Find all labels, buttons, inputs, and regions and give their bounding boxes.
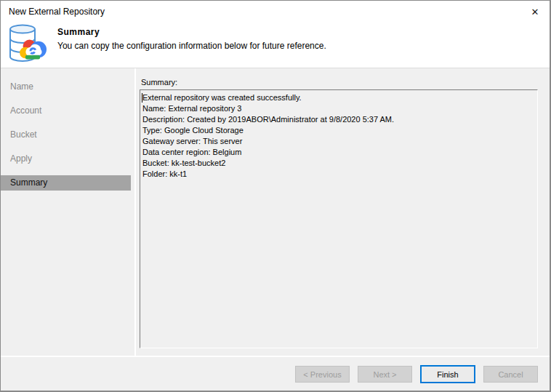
previous-button: < Previous — [295, 366, 350, 383]
text-caret — [142, 93, 142, 103]
summary-line: Bucket: kk-test-bucket2 — [142, 158, 534, 169]
close-icon[interactable]: ✕ — [528, 4, 542, 19]
summary-line: Description: Created by 2019ABOR\Adminis… — [142, 114, 534, 125]
finish-button[interactable]: Finish — [420, 365, 475, 383]
window-title: New External Repository — [9, 7, 105, 17]
page-title: Summary — [57, 27, 326, 37]
button-bar: < Previous Next > Finish Cancel — [1, 356, 550, 391]
summary-line: Gateway server: This server — [142, 136, 534, 147]
summary-line: Type: Google Cloud Storage — [142, 125, 534, 136]
database-google-cloud-icon — [7, 23, 55, 68]
next-button: Next > — [358, 366, 412, 383]
summary-textbox[interactable]: External repository was created successf… — [140, 89, 538, 348]
summary-line: Folder: kk-t1 — [142, 169, 534, 180]
cancel-button: Cancel — [483, 366, 538, 383]
sidebar-item-account[interactable]: Account — [1, 103, 131, 119]
summary-label: Summary: — [141, 78, 538, 87]
sidebar-item-apply[interactable]: Apply — [1, 151, 131, 167]
sidebar-item-bucket[interactable]: Bucket — [1, 127, 131, 143]
wizard-steps-sidebar: Name Account Bucket Apply Summary — [1, 68, 136, 356]
summary-pane: Summary: External repository was created… — [136, 68, 550, 356]
header-text: Summary You can copy the configuration i… — [57, 23, 326, 68]
summary-line: Data center region: Belgium — [142, 147, 534, 158]
summary-line: Name: External repository 3 — [142, 103, 534, 114]
wizard-body: Name Account Bucket Apply Summary Summar… — [1, 68, 550, 356]
title-bar: New External Repository ✕ — [1, 1, 550, 23]
sidebar-item-name[interactable]: Name — [1, 79, 131, 95]
sidebar-item-summary[interactable]: Summary — [1, 175, 131, 191]
new-external-repository-dialog: New External Repository ✕ Summary — [0, 0, 551, 392]
wizard-header: Summary You can copy the configuration i… — [1, 23, 550, 68]
summary-line: External repository was created successf… — [142, 92, 534, 103]
page-subtitle: You can copy the configuration informati… — [57, 41, 326, 51]
